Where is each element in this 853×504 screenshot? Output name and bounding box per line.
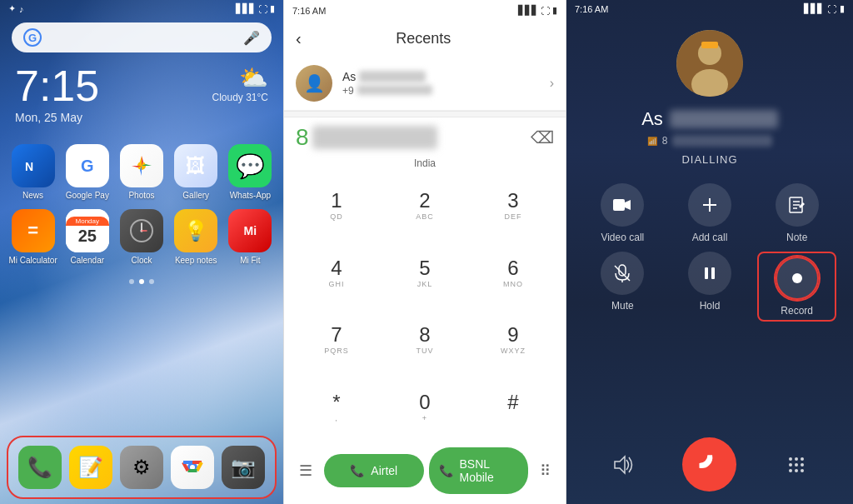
divider bbox=[284, 111, 566, 117]
battery-icon: ▮ bbox=[270, 3, 275, 14]
video-call-button[interactable]: Video call bbox=[583, 183, 662, 243]
app-whatsapp[interactable]: 💬 Whats-App bbox=[226, 144, 275, 201]
app-grid-row1: N News G Google Pay bbox=[0, 136, 283, 274]
weather-widget: 7:15 Mon, 25 May ⛅ Cloudy 31°C bbox=[0, 57, 283, 127]
letters-7: PQRS bbox=[324, 347, 349, 357]
svg-point-28 bbox=[789, 457, 792, 461]
app-keepnotes[interactable]: 💡 Keep notes bbox=[172, 209, 221, 266]
svg-point-34 bbox=[789, 469, 792, 472]
letters-8: TUV bbox=[417, 347, 434, 357]
call-wifi: ⛶ bbox=[827, 4, 836, 14]
call-number-blurred bbox=[672, 135, 772, 147]
call-sim-number-prefix: 8 bbox=[662, 135, 668, 147]
keypad-button[interactable] bbox=[776, 445, 816, 485]
app-photos[interactable]: Photos bbox=[117, 144, 166, 201]
num-key-4[interactable]: 4 GHI bbox=[292, 240, 381, 307]
dock-camera[interactable]: 📷 bbox=[222, 446, 265, 489]
letters-star: , bbox=[335, 414, 338, 424]
clock-date: Mon, 25 May bbox=[15, 111, 99, 124]
dock-chrome[interactable] bbox=[171, 446, 214, 489]
svg-rect-12 bbox=[701, 42, 718, 48]
app-label-calendar: Calendar bbox=[70, 256, 104, 266]
dialer-number-prefix: 8 bbox=[296, 124, 309, 151]
call-time: 7:16 AM bbox=[575, 4, 608, 14]
app-label-mifit: Mi Fit bbox=[240, 256, 260, 266]
dialpad-grid-button[interactable]: ⠿ bbox=[533, 455, 557, 487]
add-call-button[interactable]: Add call bbox=[671, 183, 750, 243]
mute-button[interactable]: Mute bbox=[583, 252, 662, 322]
note-button[interactable]: Note bbox=[757, 183, 836, 243]
dock-settings[interactable]: ⚙ bbox=[120, 446, 163, 489]
digit-0: 0 bbox=[419, 391, 430, 414]
app-calculator[interactable]: = Mi Calculator bbox=[8, 209, 57, 266]
digit-1: 1 bbox=[331, 189, 342, 212]
app-icon-news: N bbox=[12, 144, 55, 187]
numpad: 1 QD 2 ABC 3 DEF 4 GHI 5 JKL 6 MNO 7 PQR… bbox=[284, 172, 566, 441]
digit-hash: # bbox=[507, 391, 518, 414]
wifi-icon: ⛶ bbox=[258, 4, 267, 14]
app-label-calculator: Mi Calculator bbox=[8, 256, 57, 266]
menu-button[interactable]: ☰ bbox=[292, 455, 319, 487]
call-bsnl-button[interactable]: 📞 BSNL Mobile bbox=[429, 447, 529, 494]
dialer-number-input[interactable]: 8 bbox=[296, 124, 524, 151]
record-button[interactable]: Record bbox=[757, 252, 836, 322]
call-contact-name-row: As bbox=[566, 105, 853, 133]
app-news[interactable]: N News bbox=[8, 144, 57, 201]
mute-icon bbox=[601, 252, 644, 295]
svg-point-26 bbox=[792, 273, 802, 283]
svg-point-33 bbox=[801, 463, 804, 467]
app-icon-photos bbox=[120, 144, 163, 187]
avatar-image bbox=[676, 30, 743, 97]
num-key-8[interactable]: 8 TUV bbox=[381, 307, 469, 374]
app-gpay[interactable]: G Google Pay bbox=[62, 144, 112, 201]
digit-8: 8 bbox=[419, 323, 430, 347]
end-call-button[interactable] bbox=[671, 427, 748, 503]
dialer-wifi: ⛶ bbox=[541, 6, 550, 16]
num-key-hash[interactable]: # bbox=[469, 374, 557, 442]
call-battery: ▮ bbox=[840, 3, 845, 14]
app-icon-keepnotes: 💡 bbox=[174, 209, 217, 252]
bluetooth-icon: ✦ bbox=[8, 3, 16, 14]
call-avatar-container bbox=[566, 17, 853, 105]
num-key-7[interactable]: 7 PQRS bbox=[292, 307, 381, 374]
num-key-1[interactable]: 1 QD bbox=[292, 172, 381, 240]
search-bar[interactable]: G 🎤 bbox=[12, 22, 272, 52]
num-key-3[interactable]: 3 DEF bbox=[469, 172, 557, 240]
app-clock[interactable]: Clock bbox=[117, 209, 166, 266]
backspace-button[interactable]: ⌫ bbox=[531, 127, 554, 147]
contact-name-blurred bbox=[359, 71, 426, 82]
status-bar-dialer: 7:16 AM ▋▋▋ ⛶ ▮ bbox=[284, 0, 566, 21]
status-bar-home: ✦ ♪ ▋▋▋ ⛶ ▮ bbox=[0, 0, 283, 17]
dialer-input-row: 8 ⌫ bbox=[284, 117, 566, 157]
speaker-button[interactable] bbox=[603, 445, 643, 485]
app-calendar[interactable]: Monday 25 Calendar bbox=[62, 209, 112, 266]
app-gallery[interactable]: 🖼 Gallery bbox=[172, 144, 221, 201]
app-label-news: News bbox=[22, 191, 43, 201]
num-key-2[interactable]: 2 ABC bbox=[381, 172, 469, 240]
dock-phone[interactable]: 📞 bbox=[18, 446, 62, 489]
dock-notes[interactable]: 📝 bbox=[69, 446, 112, 489]
contact-number-prefix: +9 bbox=[342, 85, 354, 97]
mic-icon[interactable]: 🎤 bbox=[243, 30, 260, 46]
num-key-5[interactable]: 5 JKL bbox=[381, 240, 469, 307]
digit-7: 7 bbox=[331, 323, 342, 347]
app-mifit[interactable]: Mi Mi Fit bbox=[226, 209, 275, 266]
call-airtel-button[interactable]: 📞 Airtel bbox=[324, 454, 424, 487]
num-key-6[interactable]: 6 MNO bbox=[469, 240, 557, 307]
num-key-0[interactable]: 0 + bbox=[381, 374, 469, 442]
num-key-star[interactable]: * , bbox=[292, 374, 381, 442]
hold-button[interactable]: Hold bbox=[671, 252, 750, 322]
app-label-gpay: Google Pay bbox=[66, 191, 109, 201]
num-key-9[interactable]: 9 WXYZ bbox=[469, 307, 557, 374]
dialer-time: 7:16 AM bbox=[292, 6, 326, 16]
hold-label: Hold bbox=[700, 300, 721, 312]
google-logo: G bbox=[23, 28, 42, 47]
hold-icon bbox=[688, 252, 731, 295]
svg-text:N: N bbox=[25, 160, 33, 173]
back-button[interactable]: ‹ bbox=[296, 29, 302, 48]
note-icon bbox=[776, 183, 819, 227]
svg-point-36 bbox=[801, 469, 804, 472]
letters-1: QD bbox=[330, 212, 343, 222]
bsnl-label: BSNL Mobile bbox=[460, 457, 519, 484]
recent-contact-item[interactable]: 👤 As +9 › bbox=[284, 57, 566, 111]
